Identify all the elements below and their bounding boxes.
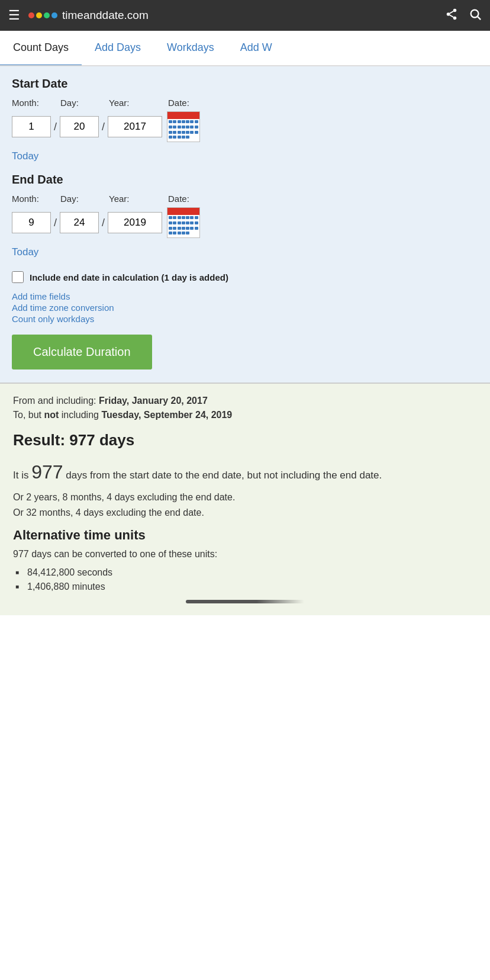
count-workdays-link[interactable]: Count only workdays [12, 314, 478, 324]
dot-yellow [36, 12, 42, 18]
start-day-label: Day: [60, 98, 109, 108]
app-header: ☰ timeanddate.com [0, 0, 490, 31]
end-month-input[interactable] [12, 212, 51, 233]
logo-area: timeanddate.com [28, 9, 445, 22]
hamburger-icon[interactable]: ☰ [8, 8, 20, 23]
cal-top-red [167, 112, 199, 119]
start-year-input[interactable] [108, 116, 162, 137]
alt-units-list: 84,412,800 seconds 1,406,880 minutes [13, 565, 477, 594]
end-date-labels: Month: Day: Year: Date: [12, 194, 478, 204]
start-calendar-icon[interactable] [167, 111, 200, 142]
tab-workdays[interactable]: Workdays [154, 31, 227, 65]
svg-point-2 [453, 16, 457, 19]
end-day-label: Day: [60, 194, 109, 204]
result-to-line: To, but not including Tuesday, September… [13, 410, 477, 420]
end-calendar-icon[interactable] [167, 207, 200, 238]
alt-units-title: Alternative time units [13, 528, 477, 543]
svg-line-6 [478, 17, 481, 20]
tab-add-w[interactable]: Add W [227, 31, 285, 65]
to-middle: including [59, 410, 101, 420]
dot-red [28, 12, 34, 18]
svg-point-0 [453, 8, 457, 12]
add-timezone-link[interactable]: Add time zone conversion [12, 303, 478, 313]
start-day-input[interactable] [60, 116, 99, 137]
start-year-label: Year: [109, 98, 168, 108]
include-end-row: Include end date in calculation (1 day i… [12, 271, 478, 283]
desc-text: days from the start date to the end date… [63, 470, 382, 481]
calculate-button[interactable]: Calculate Duration [12, 335, 152, 369]
svg-line-3 [450, 15, 453, 17]
end-date-inputs: / / [12, 207, 478, 238]
site-name: timeanddate.com [62, 9, 149, 22]
end-year-label: Year: [109, 194, 168, 204]
result-desc: It is 977 days from the start date to th… [13, 458, 477, 486]
big-number: 977 [31, 461, 63, 483]
start-today-link[interactable]: Today [12, 150, 38, 162]
tab-add-days[interactable]: Add Days [82, 31, 154, 65]
end-today-link[interactable]: Today [12, 246, 38, 258]
list-item-minutes: 1,406,880 minutes [13, 580, 477, 594]
start-date-title: Start Date [12, 77, 478, 91]
to-prefix: To, but [13, 410, 44, 420]
end-year-input[interactable] [108, 212, 162, 233]
start-month-input[interactable] [12, 116, 51, 137]
start-date-inputs: / / [12, 111, 478, 142]
form-area: Start Date Month: Day: Year: Date: / / [0, 66, 490, 383]
from-date: Friday, January 20, 2017 [99, 396, 208, 406]
dot-blue [51, 12, 57, 18]
result-heading: Result: 977 days [13, 431, 477, 449]
end-sep1: / [54, 217, 57, 229]
search-icon[interactable] [469, 8, 482, 24]
end-day-input[interactable] [60, 212, 99, 233]
list-item-seconds: 84,412,800 seconds [13, 565, 477, 580]
svg-point-5 [471, 9, 479, 17]
end-month-label: Month: [12, 194, 60, 204]
svg-point-1 [447, 12, 450, 16]
end-sep2: / [102, 217, 105, 229]
end-cal-top [167, 208, 199, 215]
header-icons [445, 8, 482, 24]
start-sep2: / [102, 121, 105, 133]
start-sep1: / [54, 121, 57, 133]
svg-line-4 [450, 11, 453, 13]
result-from-line: From and including: Friday, January 20, … [13, 396, 477, 406]
include-end-checkbox[interactable] [12, 271, 24, 283]
result-alt2: Or 32 months, 4 days excluding the end d… [13, 507, 477, 518]
share-icon[interactable] [445, 8, 458, 24]
end-cal-grid [167, 215, 199, 237]
start-date-section: Start Date Month: Day: Year: Date: / / [12, 77, 478, 173]
add-time-fields-link[interactable]: Add time fields [12, 291, 478, 301]
tab-count-days[interactable]: Count Days [0, 31, 82, 66]
to-date: Tuesday, September 24, 2019 [101, 410, 232, 420]
end-date-section: End Date Month: Day: Year: Date: / / [12, 173, 478, 269]
tab-bar: Count Days Add Days Workdays Add W [0, 31, 490, 66]
end-date-title: End Date [12, 173, 478, 187]
start-date-labels: Month: Day: Year: Date: [12, 98, 478, 108]
logo-dots [28, 12, 57, 18]
to-not: not [44, 410, 59, 420]
from-prefix: From and including: [13, 396, 99, 406]
result-alt1: Or 2 years, 8 months, 4 days excluding t… [13, 492, 477, 503]
results-area: From and including: Friday, January 20, … [0, 383, 490, 615]
include-end-label: Include end date in calculation (1 day i… [30, 272, 228, 282]
alt-units-intro: 977 days can be converted to one of thes… [13, 549, 477, 560]
start-date-label: Date: [168, 98, 204, 108]
cal-grid [167, 119, 199, 142]
scroll-hint [186, 600, 304, 603]
start-month-label: Month: [12, 98, 60, 108]
end-date-label: Date: [168, 194, 204, 204]
extra-links: Add time fields Add time zone conversion… [12, 291, 478, 324]
dot-green [44, 12, 50, 18]
